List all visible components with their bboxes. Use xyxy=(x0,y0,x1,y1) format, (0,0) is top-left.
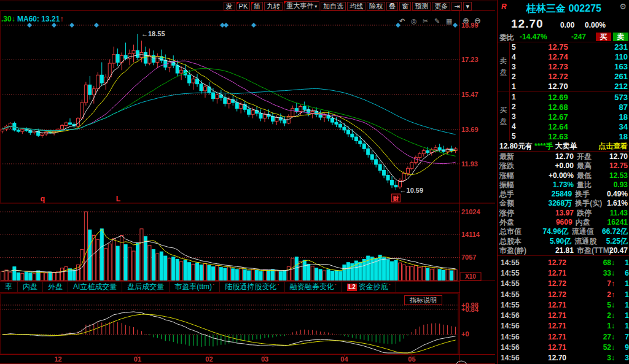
undo-icon[interactable]: ↶ xyxy=(399,17,405,25)
toolbar-item-0[interactable]: 发 xyxy=(224,2,235,10)
svg-text:05: 05 xyxy=(408,355,415,363)
sell-button[interactable]: 卖 xyxy=(613,33,628,41)
ask-price: 12.74 xyxy=(520,52,596,61)
toolbar-item-9[interactable]: 窗 xyxy=(399,2,411,10)
tick-row-7[interactable]: 14:5612.7127↓7 xyxy=(498,332,629,342)
toolbar-item-label: 重大事件 xyxy=(286,2,313,9)
tab-label: AI立桩成交量 xyxy=(73,282,117,292)
zoom-in-icon[interactable]: ⊕ xyxy=(463,16,469,25)
tick-row-1[interactable]: 14:5512.7133↓6 xyxy=(498,268,629,278)
toolbar-item-11[interactable]: 更多 xyxy=(432,2,450,10)
bid-row[interactable]: 512.6318 xyxy=(510,131,629,141)
tab-4[interactable]: 盘后成交量 xyxy=(122,282,170,292)
draw-icon[interactable]: ✎ xyxy=(434,17,440,25)
bid-row[interactable]: 112.69573 xyxy=(510,93,629,103)
stat-value: 74.96亿 xyxy=(525,227,569,236)
toolbar-item-10[interactable]: 预测 xyxy=(412,2,431,10)
tick-row-2[interactable]: 14:5512.727↑1 xyxy=(498,279,629,288)
ask-price: 12.72 xyxy=(520,72,596,81)
price-change-pct: 0.00% xyxy=(585,21,606,29)
ask-row[interactable]: 212.72261 xyxy=(510,72,629,82)
ask-row[interactable]: 512.75231 xyxy=(510,42,629,52)
tick-row-9[interactable]: 14:5612.703↓3 xyxy=(498,353,629,363)
buy-button[interactable]: 买 xyxy=(596,33,611,41)
toolbar-item-6[interactable]: 均线 xyxy=(347,2,365,10)
ask-row[interactable]: 312.73163 xyxy=(510,62,629,72)
ask-row[interactable]: 112.70212 xyxy=(510,82,629,91)
tab-0[interactable]: 率 xyxy=(0,282,18,292)
toolbar-item-12[interactable]: ⇥ xyxy=(451,2,462,10)
event-diamond-icon[interactable] xyxy=(224,23,229,28)
stat-value: 66.72亿 xyxy=(602,227,629,236)
event-diamond-icon[interactable] xyxy=(27,23,32,28)
grid-icon[interactable]: ▦ xyxy=(446,17,452,25)
price-row: 12.70 0.00 0.00% xyxy=(498,17,629,32)
event-diamond-icon[interactable] xyxy=(453,23,458,28)
tick-price: 12.72 xyxy=(523,290,566,299)
bid-volume: 87 xyxy=(596,103,629,112)
tick-row-5[interactable]: 14:5612.712↓1 xyxy=(498,311,629,320)
tick-row-3[interactable]: 14:5512.722↑1 xyxy=(498,290,629,300)
tick-row-0[interactable]: 14:5512.7268↓1 xyxy=(498,258,629,268)
ask-volume: 212 xyxy=(596,82,629,91)
tab-3[interactable]: AI立桩成交量 xyxy=(68,282,122,292)
grid-lines xyxy=(0,23,459,257)
trading-terminal: 发PK简九转重大事件▾加自选均线除权叠窗预测更多⇥▾ .30↓ MA60: 13… xyxy=(0,0,629,364)
toolbar-item-1[interactable]: PK xyxy=(236,2,251,10)
stat-label: 涨停 xyxy=(498,209,526,217)
svg-text:11.93: 11.93 xyxy=(461,160,478,168)
gear-icon[interactable]: ⚙ xyxy=(619,2,627,11)
tab-6[interactable]: 陆股通持股变化· xyxy=(220,282,284,292)
tick-price: 12.72 xyxy=(523,279,566,288)
stat-value: 5.25亿 xyxy=(606,237,629,246)
tab-label: 资金抄底 xyxy=(359,282,388,292)
volume-pane xyxy=(1,212,458,281)
toolbar-item-2[interactable]: 简 xyxy=(251,2,263,10)
tick-row-6[interactable]: 14:5612.711↓1 xyxy=(498,321,629,331)
buy-side-label: 买盘 xyxy=(498,91,509,141)
toolbar-item-3[interactable]: 九转 xyxy=(264,2,283,10)
tab-label: 陆股通持股变化 xyxy=(225,282,276,292)
toolbar-item-5[interactable]: 加自选 xyxy=(321,2,346,10)
bid-volume: 18 xyxy=(596,132,629,141)
bid-row[interactable]: 212.6887 xyxy=(510,102,629,112)
big-order-alert: 12.80元有****手大卖单点击查看 xyxy=(498,141,629,152)
toolbar-item-label: 发 xyxy=(226,2,233,10)
indicator-help-button[interactable]: 指标说明 xyxy=(404,295,442,305)
stat-value: 12.75 xyxy=(609,161,629,170)
tick-row-4[interactable]: 14:5512.715↓1 xyxy=(498,300,629,310)
ask-row[interactable]: 412.74110 xyxy=(510,52,629,62)
svg-text:14114: 14114 xyxy=(461,231,480,238)
target-icon[interactable]: ◎ xyxy=(411,17,417,25)
ask-volume: 110 xyxy=(596,52,629,61)
toolbar-item-4[interactable]: 重大事件▾ xyxy=(284,1,319,11)
tab-5[interactable]: 市盈率(ttm)· xyxy=(170,282,220,292)
stat-label: 换手(实) xyxy=(572,199,607,207)
tick-row-8[interactable]: 14:5612.7152↓9 xyxy=(498,343,629,352)
event-diamond-icon[interactable] xyxy=(69,23,74,28)
event-diamond-icon[interactable] xyxy=(94,23,99,28)
toolbar-item-7[interactable]: 除权 xyxy=(367,2,385,10)
stat-value: 3268万 xyxy=(526,199,572,207)
tab-2[interactable]: 外盘 xyxy=(43,282,68,292)
toolbar-item-13[interactable]: ▾ xyxy=(463,2,472,10)
event-diamond-icon[interactable] xyxy=(52,23,57,28)
view-details-link[interactable]: 点击查看 xyxy=(598,141,628,152)
ma60-value: MA60: 13.21 xyxy=(17,15,60,23)
tick-time: 14:55 xyxy=(498,279,523,288)
bid-row[interactable]: 312.6718 xyxy=(510,112,629,122)
level-number: 3 xyxy=(510,112,520,121)
tab-1[interactable]: 内盘 xyxy=(18,282,43,292)
stat-label: 量比 xyxy=(574,180,609,189)
tick-price: 12.71 xyxy=(523,333,566,341)
tab-8[interactable]: L2资金抄底· xyxy=(342,282,396,292)
stat-label: 总市值 xyxy=(498,227,525,236)
cut-icon[interactable]: ✂ xyxy=(423,17,428,25)
kline-chart-area[interactable]: 18.9917.2315.4713.6911.9321024141147057+… xyxy=(0,10,498,364)
zoom-out-icon[interactable]: ⊖ xyxy=(474,16,481,25)
bid-row[interactable]: 412.6434 xyxy=(510,122,629,131)
level-number: 4 xyxy=(510,53,520,61)
event-diamond-icon[interactable] xyxy=(251,23,256,28)
tab-7[interactable]: 融资融券变化· xyxy=(285,282,342,292)
toolbar-item-8[interactable]: 叠 xyxy=(386,2,398,10)
